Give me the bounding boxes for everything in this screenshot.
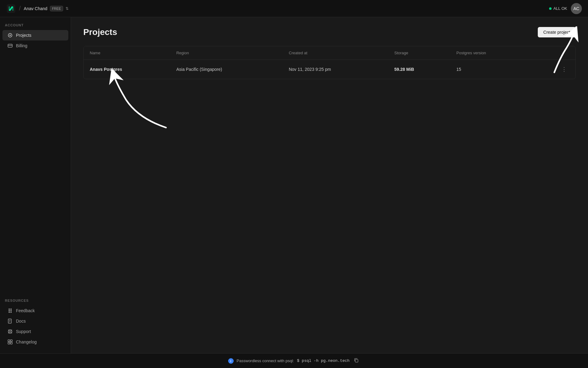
topnav-right: ALL OK AC [549, 3, 582, 14]
sidebar-account-label: ACCOUNT [0, 23, 71, 30]
svg-rect-22 [10, 340, 12, 342]
user-name-label: Anav Chand [24, 6, 47, 11]
create-project-button[interactable]: Create project [538, 27, 576, 37]
sidebar-item-changelog[interactable]: Changelog [2, 337, 68, 347]
nav-separator: / [19, 5, 21, 12]
sidebar: ACCOUNT Projects Billing [0, 17, 71, 353]
sidebar-item-changelog-label: Changelog [16, 339, 37, 344]
project-created-at-cell: Nov 11, 2023 9:25 pm [283, 60, 388, 79]
svg-rect-21 [8, 340, 10, 342]
support-icon [7, 329, 13, 334]
chevron-down-icon: ⇅ [66, 6, 69, 11]
sidebar-item-feedback-label: Feedback [16, 308, 35, 313]
plan-badge: FREE [50, 6, 63, 11]
topnav-left: / Anav Chand FREE ⇅ [6, 4, 69, 13]
table-row[interactable]: Anavs Postgres Asia Pacific (Singapore) … [84, 60, 575, 79]
copy-command-button[interactable] [352, 357, 360, 364]
svg-point-2 [9, 35, 11, 36]
changelog-icon [7, 339, 13, 345]
sidebar-item-support-label: Support [16, 329, 31, 334]
sidebar-item-billing-label: Billing [16, 43, 27, 48]
svg-point-16 [9, 331, 11, 332]
sidebar-item-billing[interactable]: Billing [2, 40, 68, 51]
avatar-initials: AC [573, 6, 579, 11]
sidebar-resources-label: RESOURCES [0, 299, 71, 305]
projects-table: Name Region Created at Storage Postgres … [84, 46, 575, 79]
svg-point-10 [10, 312, 12, 313]
projects-icon [7, 33, 13, 38]
svg-point-6 [10, 310, 12, 311]
main-content: Projects Create project Name Region Crea… [71, 17, 588, 353]
sidebar-item-docs-label: Docs [16, 319, 26, 324]
svg-point-9 [9, 312, 10, 313]
neon-logo[interactable] [6, 4, 16, 13]
row-menu-button[interactable]: ⋮ [559, 65, 569, 74]
page-header: Projects Create project [83, 27, 576, 37]
sidebar-item-docs[interactable]: Docs [2, 316, 68, 326]
psql-command: $ psql -h pg.neon.tech [297, 358, 350, 363]
svg-rect-25 [355, 359, 358, 362]
svg-rect-23 [8, 342, 10, 344]
project-storage-cell: 59.28 MiB [388, 60, 450, 79]
status-indicator: ALL OK [549, 6, 567, 11]
col-header-region: Region [170, 46, 283, 60]
project-name-cell: Anavs Postgres [84, 60, 170, 79]
table-header-row: Name Region Created at Storage Postgres … [84, 46, 575, 60]
col-header-created-at: Created at [283, 46, 388, 60]
sidebar-item-projects-label: Projects [16, 33, 32, 38]
col-header-storage: Storage [388, 46, 450, 60]
top-navigation: / Anav Chand FREE ⇅ ALL OK AC [0, 0, 588, 17]
avatar[interactable]: AC [571, 3, 582, 14]
row-actions-cell: ⋮ [532, 60, 575, 79]
page-title: Projects [83, 27, 117, 37]
bottom-bar-label: Passwordless connect with psql: [237, 358, 294, 363]
col-header-name: Name [84, 46, 170, 60]
bottom-bar: i Passwordless connect with psql: $ psql… [0, 353, 588, 368]
svg-rect-24 [10, 342, 12, 344]
sidebar-item-feedback[interactable]: Feedback [2, 305, 68, 316]
main-layout: ACCOUNT Projects Billing [0, 17, 588, 353]
svg-rect-3 [8, 44, 12, 47]
svg-point-5 [9, 310, 10, 311]
col-header-postgres-version: Postgres version [450, 46, 531, 60]
project-region-cell: Asia Pacific (Singapore) [170, 60, 283, 79]
status-dot-icon [549, 7, 552, 10]
sidebar-item-projects[interactable]: Projects [2, 30, 68, 40]
project-postgres-version-cell: 15 [450, 60, 531, 79]
docs-icon [7, 318, 13, 324]
projects-table-container: Name Region Created at Storage Postgres … [83, 46, 576, 79]
svg-point-8 [10, 309, 12, 310]
status-label: ALL OK [553, 6, 567, 11]
feedback-icon [7, 308, 13, 313]
svg-point-7 [9, 309, 10, 310]
col-header-actions [532, 46, 575, 60]
sidebar-item-support[interactable]: Support [2, 326, 68, 337]
info-icon: i [228, 358, 234, 364]
user-selector[interactable]: Anav Chand FREE ⇅ [24, 6, 69, 11]
billing-icon [7, 43, 13, 48]
